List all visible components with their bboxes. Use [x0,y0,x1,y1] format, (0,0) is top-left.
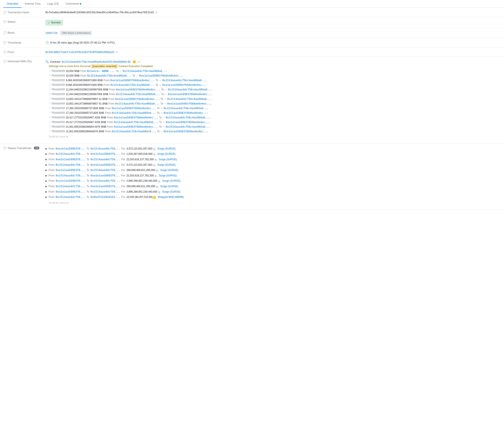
transfer-from-link[interactable]: 0xe1e1aa58983f6b8ee8e4ec... [110,78,155,83]
token-to-label: To [87,157,89,162]
help-icon-interacted[interactable]: ? [3,60,6,63]
to-label: To → [116,69,122,73]
transfer-indent: └ [49,83,51,87]
transfer-from-link[interactable]: 0xe1e1aa58983f6b8ee8e4ec... [114,115,158,120]
transfer-to-link[interactable]: 0x1514aaa4dcf56c4aa90da6... [166,115,210,120]
transfer-line: └ TRANSFER 9,066.40333453580971869 BNB F… [49,83,501,87]
transfer-from-link[interactable]: 0x1514aaa4dcf56c4aa90da6... [112,111,156,115]
scroll-for-more-tokens[interactable]: Scroll for more ≫ [49,200,501,207]
token-name-link[interactable]: Wrapped BNB (WBNB) [158,195,184,199]
token-to-link[interactable]: 0x1514aaa4dcf56... [91,178,120,183]
token-from-link[interactable]: 0x1514aaa4dcf56... [56,173,85,178]
tab-internal-txns[interactable]: Internal Txns [21,0,44,8]
transfer-to-link[interactable]: 0x1514aaa4dcf56c4aa90da6... [167,97,211,101]
token-amount: 3,896,288,852,239,440,000 [126,190,157,194]
transfer-from-link[interactable]: 0xe1e1aa58983f6b8ee8e4ec... [115,97,160,101]
token-to-link[interactable]: 0x1514aaa4dcf56... [91,189,120,194]
token-from-link[interactable]: 0x1514aaa4dcf56... [56,194,85,199]
help-icon-from[interactable]: ? [3,50,6,53]
transfer-to-link[interactable]: 0xe1e1aa58983f6b8ee8e4ec... [164,129,208,134]
block-number-link[interactable]: 10087724 [45,31,58,35]
from-label: From [105,106,111,110]
transfer-to-link[interactable]: 0x1514aaa4dcf56c4aa90da6... [162,78,207,83]
transfer-from-link[interactable]: 0x1514aaa4dcf56c4aa90da6... [110,83,155,87]
transfer-to-link[interactable]: 0x1514aaa4dcf56c4aa90da6... [166,124,210,129]
token-name-link[interactable]: Surge (SURGE) [157,163,175,167]
token-to-link[interactable]: 0xe1e1aa58983f6... [91,162,120,167]
token-name-link[interactable]: Surge (SURGE) [162,179,180,183]
copy-hash-icon[interactable]: ⧉ [155,11,157,14]
transfer-line: └ TRANSFER 21,901.85533882886640076 BNB … [49,129,501,134]
token-name-link[interactable]: Surge (SURGE) [157,147,175,151]
token-from-link[interactable]: 0x1514aaa4dcf56... [56,151,85,156]
transfer-line: └ TRANSFER 20,417.27701525929487 4256 BN… [49,120,501,124]
token-to-link[interactable]: 0x0ed7e52944161... [91,194,120,199]
transfer-currency: BNB [99,129,104,134]
token-to-link[interactable]: 0x1514aaa4dcf56... [91,157,120,162]
token-for-label: For [121,184,125,189]
transfer-to-link[interactable]: 0xe1e1aa58983f6b8ee8e4ec... [167,101,211,106]
transfer-from-link[interactable]: 0x1514aaa4dcf56c4aa90da6... [115,101,160,106]
token-name-link[interactable]: Surge (SURGE) [159,157,177,162]
info-icon: i [133,60,136,63]
transfer-to-link[interactable]: 0xe1e1aa58983f6b8ee8e4ec... [168,92,212,97]
tab-overview[interactable]: Overview [3,0,21,8]
token-from-link[interactable]: 0x1514aaa4dcf56... [56,162,85,167]
token-from-link[interactable]: 0xe1e1aa58983f6... [56,178,85,183]
token-to-link[interactable]: 0x1514aaa4dcf56... [91,168,120,172]
tab-comments[interactable]: Comments [62,0,85,8]
transfer-to-link[interactable]: 0xe1e1aa58983f6b8ee8e4ec... [162,83,207,87]
token-to-label: To [87,190,89,194]
token-to-link[interactable]: 0xe1e1aa58983f6... [91,184,120,189]
copy-from-icon[interactable]: ⧉ [116,50,118,54]
contract-address-link[interactable]: 0x1514aaa4dcf56c4aa90da6a4ed19118e6800dc… [62,59,131,64]
transfer-from-link[interactable]: 0x1514aaa4dcf56c4aa90da6... [114,120,158,124]
transfer-from-link[interactable]: 0x1514aaa4dcf56c4aa90dc6... [112,129,156,134]
help-icon-timestamp[interactable]: ? [3,41,6,44]
transfer-from-link[interactable]: 0xe1e1aa58983f6b8ee8e4ec... [114,124,158,129]
transfer-currency: BNB [101,120,106,124]
help-icon-status[interactable]: ? [3,20,6,23]
token-from-link[interactable]: 0xe1e1aa58983f6... [56,146,85,151]
tab-logs[interactable]: Logs (23) [44,0,62,8]
token-name-link[interactable]: Surge (SURGE) [162,190,180,194]
token-from-link[interactable]: 0xe1e1aa58983f6... [56,157,85,162]
help-icon-tokens[interactable]: ? [3,147,6,149]
scroll-for-more-transfers[interactable]: Scroll for more ≫ [49,134,501,141]
from-address-link[interactable]: 0x59c686272e6f11dc8701a162f938fb085d940a… [45,50,115,54]
token-to-link[interactable]: 0xe1e1aa58983f6... [91,173,120,178]
token-to-link[interactable]: 0x1514aaa4dcf56... [91,146,120,151]
help-icon-block[interactable]: ? [3,31,6,34]
transfer-line: └ TRANSFER 11,044.94823329622300667006 B… [49,92,501,97]
token-to-label: To [87,179,89,183]
transfer-from-link[interactable]: 0x1514aaa4dcf56c4aa90da6... [87,73,132,78]
transfer-line: └ TRANSFER 9,066.40333453580971869 BNB F… [49,78,501,83]
transfer-to-link[interactable]: 0xe1e1aa58983f6b8ee8e4ec... [166,120,210,124]
token-row: ▶ From 0xe1e1aa58983f6... To 0x1514aaa4d… [45,157,501,162]
token-from-link[interactable]: 0xe1e1aa58983f6... [56,189,85,194]
help-icon-hash[interactable]: ? [3,11,6,14]
copy-contract-icon[interactable]: ⧉ [138,59,140,64]
token-name-link[interactable]: Surge (SURGE) [160,184,178,189]
transfer-label: TRANSFER [51,120,65,124]
token-name-link[interactable]: Surge (SURGE) [157,152,175,156]
token-name-link[interactable]: Surge (SURGE) [159,173,177,178]
transfer-to-link[interactable]: 0xe1e1aa58983f6b8ee8e4ec... [139,73,183,78]
search-contract-icon[interactable]: 🔍 [45,59,49,64]
transfer-from-link[interactable]: 0xe1e1aa58983f6b8ee8e4ec... [116,87,160,92]
transfer-to-link[interactable]: 0x1514aaa4dcf56c4aa90da6... [123,69,167,73]
token-amount: 10,030 ($4,257,510.94) [126,195,153,199]
token-name-link[interactable]: Surge (SURGE) [160,168,178,173]
token-from-link[interactable]: 0x1514aaa4dcf56... [56,184,85,189]
token-from-link[interactable]: 0xe1e1aa58983f6... [56,168,85,172]
transfer-from-link[interactable]: 0x1514aaa4dcf56c4aa90da6... [116,92,160,97]
token-icon: ● [153,153,156,156]
transfer-from-link[interactable]: 0xe1e1aa58983f6b8ee8e4ec... [112,106,156,111]
token-to-label: To [87,184,89,189]
transfer-to-link[interactable]: 0x1514aaa4dcf56c4aa90da6... [164,106,208,111]
token-to-link[interactable]: 0xe1e1aa58983f6... [91,151,120,156]
transfer-to-link[interactable]: 0x1514aaa4dcf56c4aa90da6... [168,87,212,92]
transfer-to-link[interactable]: 0xe1e1aa58983f6b8ee8e4ec... [164,111,208,115]
to-label: To → [159,125,165,129]
transfer-from-link[interactable]: Binance: WBNB ... [87,69,115,73]
